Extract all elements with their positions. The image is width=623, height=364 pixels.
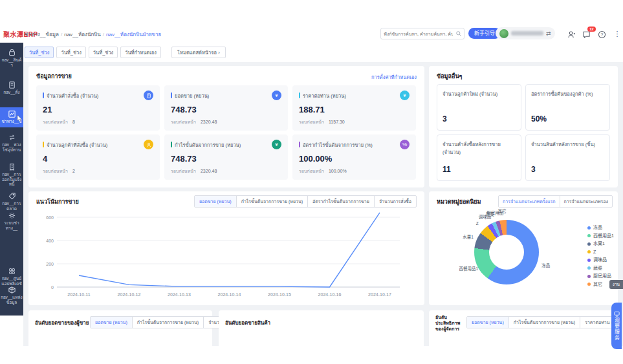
sidebar-item-products[interactable]: nav__สินค้า [0, 48, 23, 67]
donut-slice-label: 其它 [497, 208, 506, 214]
legend-item[interactable]: 水果1 [587, 240, 614, 248]
trend-metric-tabs: ยอดขาย (หยวน) กำไรขั้นต้นจากการขาย (หยวน… [194, 195, 417, 208]
section-title: อันดับประสิทธิภาพของผู้จัดการ [435, 314, 464, 332]
document-icon [144, 91, 153, 100]
legend-label: 其它 [593, 281, 602, 289]
sidebar-item-data-source[interactable]: nav__แหล่งข้อมูล [0, 286, 23, 305]
x-tick-label: 2024-10-15 [268, 292, 291, 297]
legend-item[interactable]: 西餐用品1 [587, 232, 614, 241]
task-drawer-tag[interactable]: งาน [609, 280, 623, 289]
service-label: 观要服务 [613, 317, 620, 341]
search-input[interactable] [381, 32, 455, 36]
prev-period-value: 100.00% [329, 169, 347, 173]
sales-overview-section: ข้อมูลการขาย การตั้งค่าที่กำหนดเอง จำนวน… [28, 66, 424, 187]
tab-date-range-1[interactable]: วันที่_ช่วง [25, 47, 54, 58]
tab-secondary-category[interactable]: การจำแนกประเภทรอง [560, 196, 612, 207]
x-tick-label: 2024-10-16 [318, 292, 342, 297]
stat-label: จำนวนคำสั่งซื้อ (จำนวน) [47, 92, 141, 100]
breadcrumb: ช่าทาง__ข้อมูล/nav__ห้องนักบิน/nav__ห้อง… [25, 30, 161, 39]
breadcrumb-item[interactable]: ช่าทาง__ข้อมูล [25, 32, 59, 37]
gear-icon [8, 211, 16, 220]
legend-label: 水果1 [593, 240, 605, 248]
prev-period-label: รอบก่อนหน้า [299, 169, 324, 173]
dashboard-mode-button[interactable]: โหมดแดสด์หน้าจอ › [171, 47, 226, 58]
legend-label: Z [593, 248, 596, 257]
tab-sales-amount[interactable]: ยอดขาย (หยวน) [91, 317, 133, 328]
trend-line-series [79, 213, 380, 287]
manager-ranking-section: อันดับประสิทธิภาพของผู้จัดการ ยอดขาย (หย… [429, 310, 618, 346]
stat-label: กำไรขั้นต้นจากการขาย (หยวน) [175, 141, 269, 149]
sidebar-item-invoicing[interactable]: nav__การออกใบแจ้งหนี้ [0, 163, 23, 187]
tab-primary-category[interactable]: การจำแนกประเภทครั้งแรก [499, 196, 560, 207]
legend-label: 冻品 [593, 224, 602, 232]
y-tick-label: 600 [46, 215, 54, 220]
search-icon [455, 30, 462, 37]
mini-value: 3 [443, 114, 447, 123]
sidebar-item-supply-chain[interactable]: nav__ห่วงโซ่อุปทาน [0, 133, 23, 152]
sales-trend-section: แนวโน้มการขาย ยอดขาย (หยวน) กำไรขั้นต้นจ… [28, 191, 424, 305]
global-search[interactable] [380, 28, 465, 39]
stat-value: 748.73 [171, 105, 281, 114]
tab-date-range-2[interactable]: วันที่_ช่วง [56, 47, 85, 58]
legend-item[interactable]: Z [587, 248, 614, 257]
monitor-icon [614, 311, 620, 317]
switch-account-icon[interactable]: ⇄ [546, 30, 551, 37]
tab-sales-amount[interactable]: ยอดขาย (หยวน) [467, 317, 509, 328]
legend-item[interactable]: 冻品 [587, 224, 614, 232]
legend-item[interactable]: 调味品 [587, 256, 614, 264]
y-tick-label: 400 [46, 239, 54, 243]
tab-date-range-3[interactable]: วันที่_ช่วง [89, 47, 118, 58]
tab-gross-margin[interactable]: อัตรากำไรขั้นต้นจากการขาย [308, 196, 375, 207]
avatar[interactable] [499, 29, 508, 38]
stat-label: จำนวนลูกค้าที่สั่งซื้อ (จำนวน) [47, 141, 141, 149]
service-float-button[interactable]: 观要服务 [611, 303, 622, 349]
x-tick-label: 2024-10-11 [67, 292, 90, 297]
prev-period-label: รอบก่อนหน้า [299, 120, 324, 124]
legend-dot [587, 259, 591, 262]
legend-item[interactable]: 蔬菜 [587, 264, 614, 273]
prev-period-value: 2320.48 [201, 120, 217, 124]
legend-item[interactable]: 厨房用品 [587, 272, 614, 281]
mini-value: 50% [531, 114, 547, 123]
prev-period-label: รอบก่อนหน้า [171, 120, 196, 124]
tab-gross-profit[interactable]: กำไรขั้นต้นจากการขาย (หยวน) [133, 317, 204, 328]
user-account[interactable]: ⇄ [496, 27, 555, 39]
line-chart-icon [8, 110, 16, 118]
tab-custom-date[interactable]: วันที่กำหนดเอง [120, 47, 161, 58]
tab-order-count[interactable]: จำนวนการสั่งซื้อ [375, 196, 416, 207]
stat-card-gross-profit: กำไรขั้นต้นจากการขาย (หยวน) ¥ 748.73 รอบ… [164, 134, 288, 180]
tab-gross-profit[interactable]: กำไรขั้นต้นจากการขาย (หยวน) [237, 196, 308, 207]
breadcrumb-item[interactable]: nav__ห้องนักบิน [64, 32, 101, 37]
section-title: หมวดหมู่ยอดนิยม [437, 197, 481, 206]
section-title: อันดับยอดขายของผู้ขาย [35, 319, 89, 327]
legend-dot [587, 234, 591, 237]
sidebar-item-label: nav__สั่ง [0, 89, 23, 95]
sidebar-item-marketing[interactable]: nav__การตลาด [0, 192, 23, 211]
stat-card-price-per-customer: ราคาต่อท่าน (หยวน) ¥ 188.71 รอบก่อนหน้า1… [292, 85, 416, 131]
stat-label: ยอดขาย (หยวน) [175, 92, 269, 100]
order-form-icon [8, 81, 16, 89]
sidebar-item-orders[interactable]: nav__สั่ง [0, 81, 23, 95]
sidebar-item-data-cockpit[interactable]: ช่าทาง__ข้ [0, 107, 23, 127]
sidebar-item-label: ระบบช่าทาง__ [0, 220, 23, 230]
help-icon[interactable]: ? [597, 30, 606, 39]
custom-settings-link[interactable]: การตั้งค่าที่กำหนดเอง [371, 73, 417, 81]
legend-label: 调味品 [593, 256, 607, 264]
tab-gross-profit[interactable]: กำไรขั้นต้นจากการขาย (หยวน) [509, 317, 580, 328]
more-menu-icon[interactable]: ⋮ [613, 30, 622, 39]
mini-card-repurchase-rate: อัตราการซื้อคืนของลูกค้า (%) 50% [525, 84, 610, 131]
popular-categories-section: หมวดหมู่ยอดนิยม การจำแนกประเภทครั้งแรก ก… [429, 191, 618, 305]
stat-value: 100.00% [299, 154, 410, 164]
sidebar-item-system[interactable]: ระบบช่าทาง__ [0, 211, 23, 230]
sidebar-item-label: nav__การตลาด [0, 200, 23, 211]
dashboard-page: 聚水潭ERP ช่าทาง__ข้อมูล/nav__ห้องนักบิน/na… [0, 0, 623, 364]
donut-slice-label: Z [476, 220, 479, 225]
contacts-icon[interactable] [567, 30, 576, 39]
yuan-icon: ¥ [272, 140, 281, 149]
percent-icon: % [400, 140, 410, 149]
mini-label: จำนวนสินค้าหลังการขาย (ชิ้น) [531, 140, 604, 148]
tab-sales-amount[interactable]: ยอดขาย (หยวน) [195, 196, 237, 207]
category-donut-chart [474, 220, 539, 284]
stat-card-order-count: จำนวนคำสั่งซื้อ (จำนวน) 21 รอบก่อนหน้า8 [36, 85, 160, 131]
category-level-tabs: การจำแนกประเภทครั้งแรก การจำแนกประเภทรอง [498, 195, 613, 208]
